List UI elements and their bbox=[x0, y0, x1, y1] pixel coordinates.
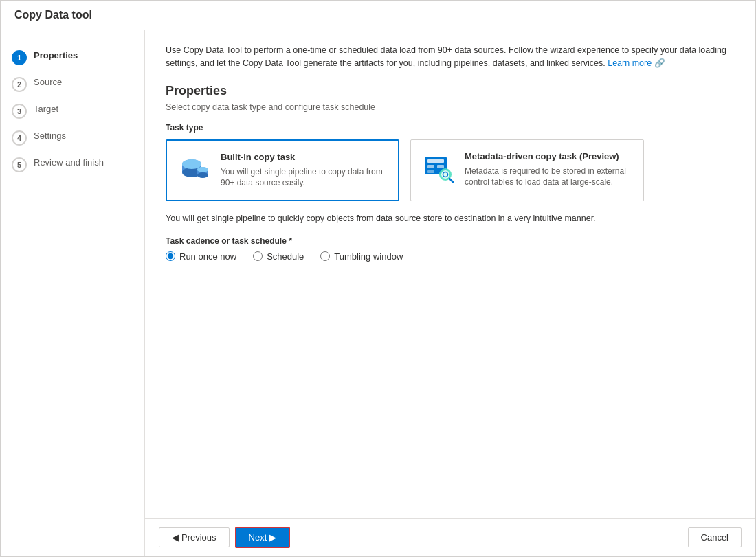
copy-data-tool-window: Copy Data tool 1 Properties 2 Source 3 T… bbox=[0, 0, 756, 557]
learn-more-link[interactable]: Learn more 🔗 bbox=[608, 58, 665, 68]
radio-schedule-label: Schedule bbox=[267, 251, 304, 262]
metadata-card-desc: Metadata is required to be stored in ext… bbox=[465, 166, 632, 189]
next-icon: ▶ bbox=[269, 532, 276, 543]
built-in-card-content: Built-in copy task You will get single p… bbox=[221, 152, 387, 190]
sidebar-item-source[interactable]: 2 Source bbox=[1, 71, 144, 98]
svg-rect-9 bbox=[427, 159, 444, 163]
svg-line-15 bbox=[449, 179, 453, 182]
description-text: You will get single pipeline to quickly … bbox=[166, 212, 735, 225]
sidebar-label-source: Source bbox=[34, 76, 62, 89]
radio-tumbling-input[interactable] bbox=[320, 251, 330, 261]
sidebar-label-review: Review and finish bbox=[34, 157, 104, 169]
content-area: Use Copy Data Tool to perform a one-time… bbox=[145, 30, 755, 556]
radio-schedule-input[interactable] bbox=[253, 251, 263, 261]
svg-point-3 bbox=[182, 159, 201, 169]
sidebar-label-settings: Settings bbox=[34, 130, 66, 142]
section-title: Properties bbox=[166, 84, 735, 98]
previous-button[interactable]: ◀ Previous bbox=[159, 527, 230, 547]
built-in-card-title: Built-in copy task bbox=[221, 152, 387, 162]
radio-run-once-input[interactable] bbox=[166, 251, 175, 261]
svg-point-6 bbox=[197, 172, 208, 178]
metadata-card-content: Metadata-driven copy task (Preview) Meta… bbox=[465, 151, 632, 189]
sidebar-item-settings[interactable]: 4 Settings bbox=[1, 124, 144, 151]
main-area: 1 Properties 2 Source 3 Target 4 Setting… bbox=[1, 30, 755, 556]
task-type-label: Task type bbox=[166, 123, 735, 133]
svg-rect-10 bbox=[427, 165, 434, 168]
radio-run-once[interactable]: Run once now bbox=[166, 251, 236, 262]
sidebar-item-target[interactable]: 3 Target bbox=[1, 98, 144, 124]
next-button[interactable]: Next ▶ bbox=[235, 527, 291, 548]
sidebar-item-properties[interactable]: 1 Properties bbox=[1, 44, 144, 71]
svg-rect-11 bbox=[437, 165, 444, 168]
pipeline-icon bbox=[178, 152, 211, 185]
metadata-icon bbox=[422, 151, 455, 184]
metadata-card-title: Metadata-driven copy task (Preview) bbox=[465, 151, 632, 161]
step-circle-2: 2 bbox=[12, 77, 27, 92]
radio-schedule[interactable]: Schedule bbox=[253, 251, 304, 262]
metadata-driven-card[interactable]: Metadata-driven copy task (Preview) Meta… bbox=[410, 139, 644, 202]
intro-text: Use Copy Data Tool to perform a one-time… bbox=[166, 44, 735, 70]
cancel-button[interactable]: Cancel bbox=[688, 527, 742, 547]
title-bar: Copy Data tool bbox=[1, 1, 755, 30]
built-in-copy-task-card[interactable]: Built-in copy task You will get single p… bbox=[166, 139, 399, 202]
radio-tumbling-label: Tumbling window bbox=[334, 251, 403, 262]
step-circle-1: 1 bbox=[12, 50, 27, 65]
window-title: Copy Data tool bbox=[14, 9, 92, 21]
footer: ◀ Previous Next ▶ Cancel bbox=[145, 518, 755, 556]
step-circle-3: 3 bbox=[12, 104, 27, 119]
task-cadence-label: Task cadence or task schedule * bbox=[166, 236, 735, 246]
built-in-card-desc: You will get single pipeline to copy dat… bbox=[221, 166, 387, 190]
sidebar-label-target: Target bbox=[34, 103, 58, 115]
sidebar-item-review[interactable]: 5 Review and finish bbox=[1, 151, 144, 178]
sidebar: 1 Properties 2 Source 3 Target 4 Setting… bbox=[1, 30, 145, 556]
content-body: Use Copy Data Tool to perform a one-time… bbox=[145, 30, 755, 518]
radio-run-once-label: Run once now bbox=[179, 251, 236, 262]
section-subtitle: Select copy data task type and configure… bbox=[166, 102, 735, 112]
step-circle-5: 5 bbox=[12, 157, 27, 172]
svg-rect-12 bbox=[427, 170, 434, 173]
sidebar-label-properties: Properties bbox=[34, 49, 78, 62]
previous-icon: ◀ bbox=[172, 532, 179, 543]
task-cards: Built-in copy task You will get single p… bbox=[166, 139, 735, 202]
svg-point-7 bbox=[197, 167, 208, 172]
radio-group: Run once now Schedule Tumbling window bbox=[166, 251, 735, 262]
radio-tumbling[interactable]: Tumbling window bbox=[320, 251, 403, 262]
step-circle-4: 4 bbox=[12, 130, 27, 146]
